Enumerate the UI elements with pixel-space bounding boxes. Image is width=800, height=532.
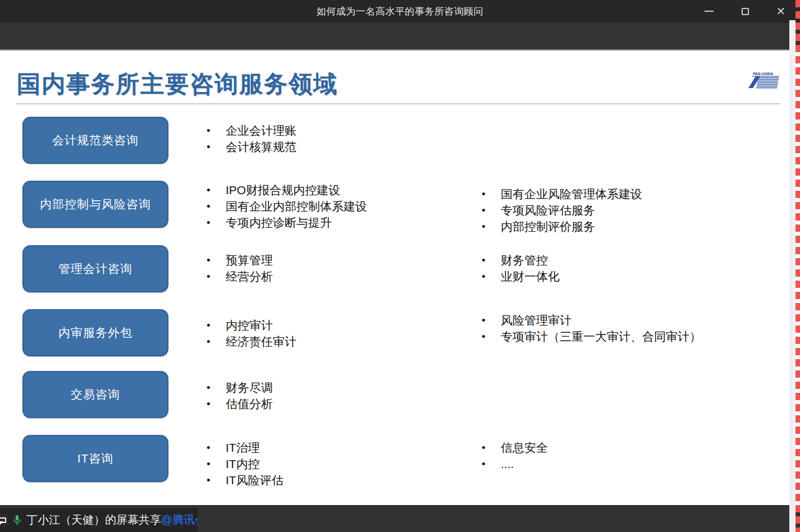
service-item: 经济责任审计	[207, 333, 296, 350]
service-item: 专项内控诊断与提升	[207, 214, 367, 231]
service-list-right: 国有企业风险管理体系建设 专项风险评估服务 内部控制评价服务	[482, 186, 642, 235]
category-label: IT咨询	[77, 451, 114, 466]
tencent-meeting-shared-screen-window: 如何成为一名高水平的事务所咨询顾问 ✕ 国内事务所主要咨询服务领域 PAN-CH…	[0, 0, 800, 532]
category-button-it-consulting: IT咨询	[22, 435, 168, 482]
service-item: 经营分析	[207, 268, 273, 285]
category-button-transaction-consulting: 交易咨询	[22, 371, 168, 418]
slide-canvas: 国内事务所主要咨询服务领域 PAN-CHINA 会计规范类咨询 企业会计理账 会…	[0, 51, 800, 505]
share-info-box: 丁小江（天健）的屏幕共享 @腾讯会议	[0, 508, 198, 532]
service-item: 信息安全	[482, 439, 548, 456]
service-list-left: 内控审计 经济责任审计	[207, 317, 296, 350]
service-list-left: 预算管理 经营分析	[207, 252, 273, 285]
tencent-meeting-link[interactable]: @腾讯会议	[161, 512, 198, 528]
chat-bubble-icon	[0, 517, 6, 523]
minimize-button[interactable]	[701, 0, 717, 22]
service-item: 国有企业内部控制体系建设	[207, 198, 367, 214]
service-list-left: IT治理 IT内控 IT风险评估	[207, 439, 284, 488]
window-title: 如何成为一名高水平的事务所咨询顾问	[317, 5, 484, 18]
pan-china-logo: PAN-CHINA	[744, 71, 781, 90]
service-list-left: 财务尽调 估值分析	[207, 379, 273, 412]
screen-share-statusbar: 丁小江（天健）的屏幕共享 @腾讯会议	[0, 505, 800, 532]
category-label: 管理会计咨询	[58, 261, 132, 277]
service-item: 内控审计	[207, 317, 296, 333]
close-button[interactable]: ✕	[773, 0, 789, 22]
service-item: IT风险评估	[207, 472, 284, 488]
service-list-left: 企业会计理账 会计核算规范	[207, 122, 296, 155]
category-label: 内部控制与风险咨询	[40, 196, 151, 212]
service-list-left: IPO财报合规内控建设 国有企业内部控制体系建设 专项内控诊断与提升	[207, 182, 367, 231]
service-list-right: 风险管理审计 专项审计（三重一大审计、合同审计）	[482, 312, 701, 345]
maximize-button[interactable]	[737, 0, 753, 22]
presentation-toolbar-band	[0, 22, 800, 51]
service-list-right: 信息安全 ....	[482, 439, 548, 472]
service-item: 估值分析	[207, 396, 273, 412]
slide-title: 国内事务所主要咨询服务领域	[17, 68, 338, 100]
title-divider	[16, 103, 780, 104]
category-button-management-accounting: 管理会计咨询	[22, 245, 168, 292]
service-item: 企业会计理账	[207, 122, 296, 139]
meeting-app-icon	[0, 514, 8, 526]
category-label: 交易咨询	[71, 387, 120, 402]
logo-text: PAN-CHINA	[753, 72, 773, 76]
service-item: 风险管理审计	[482, 312, 701, 328]
category-button-accounting-standards: 会计规范类咨询	[22, 117, 168, 164]
window-titlebar: 如何成为一名高水平的事务所咨询顾问 ✕	[0, 0, 800, 22]
service-item: 财务尽调	[207, 379, 273, 396]
screen-edge-strip	[789, 20, 796, 532]
service-list-right: 财务管控 业财一体化	[482, 252, 560, 285]
service-item: 专项审计（三重一大审计、合同审计）	[482, 328, 701, 345]
share-border-indicator	[796, 0, 800, 532]
maximize-icon	[742, 8, 749, 15]
category-label: 会计规范类咨询	[52, 132, 139, 148]
service-item: ....	[482, 456, 548, 472]
service-item: 会计核算规范	[207, 139, 296, 155]
service-item: IPO财报合规内控建设	[207, 182, 367, 198]
service-item: 业财一体化	[482, 268, 560, 285]
close-icon: ✕	[776, 6, 786, 17]
microphone-icon	[12, 513, 22, 528]
service-item: IT内控	[207, 456, 284, 472]
window-controls: ✕	[701, 0, 789, 22]
minimize-icon	[705, 11, 714, 12]
service-item: 内部控制评价服务	[482, 218, 642, 235]
service-item: 国有企业风险管理体系建设	[482, 186, 642, 202]
category-button-internal-control-risk: 内部控制与风险咨询	[22, 181, 168, 228]
share-presenter-text: 丁小江（天健）的屏幕共享	[26, 512, 161, 528]
service-item: 财务管控	[482, 252, 560, 268]
category-button-internal-audit-outsourcing: 内审服务外包	[22, 309, 168, 356]
service-item: 预算管理	[207, 252, 273, 268]
service-item: IT治理	[207, 439, 284, 456]
service-item: 专项风险评估服务	[482, 202, 642, 218]
category-label: 内审服务外包	[58, 325, 132, 341]
